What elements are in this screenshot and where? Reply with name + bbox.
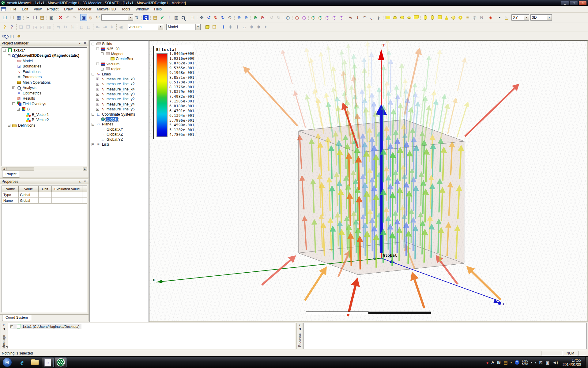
- zoom-out-button[interactable]: ⊖: [259, 14, 266, 21]
- tree-item-optimetrics[interactable]: ❖Optimetrics: [2, 90, 87, 96]
- create-group-button[interactable]: ❏: [17, 24, 24, 30]
- tree-item-b[interactable]: -B: [2, 107, 87, 112]
- prop-row-name[interactable]: NameGlobal: [2, 198, 87, 204]
- project-tree-hscrollbar[interactable]: ◀ ▶: [2, 167, 87, 171]
- model-combo-dropdown-icon[interactable]: ▾: [195, 24, 200, 30]
- ungroup-button[interactable]: ❐: [24, 24, 32, 30]
- tree-item-measure-line-x0[interactable]: +∿measure_line_x0: [90, 77, 149, 82]
- expander[interactable]: -: [12, 102, 15, 105]
- draw-ellipse-button[interactable]: [391, 14, 398, 21]
- duplicate-along-line-button[interactable]: ⇆: [55, 24, 62, 30]
- prop-col-evaluated-value[interactable]: Evaluated Value: [52, 186, 82, 192]
- expander[interactable]: -: [3, 49, 6, 52]
- drawing-plane-combo-dropdown-icon[interactable]: ▾: [524, 15, 529, 20]
- display-icon[interactable]: ▣: [545, 360, 549, 365]
- object-cs-button[interactable]: ✦: [262, 24, 269, 30]
- draw-cone-button[interactable]: [443, 14, 450, 21]
- new-button[interactable]: ❑: [1, 14, 8, 21]
- uncover-faces-button[interactable]: ◈: [487, 14, 494, 21]
- minimize-button[interactable]: _: [561, 1, 569, 5]
- ime-mode-general[interactable]: 般: [497, 360, 501, 365]
- tree-item-lines[interactable]: -∿Lines: [90, 71, 149, 76]
- tree-item-model[interactable]: Model: [2, 58, 87, 64]
- maximize-button[interactable]: □: [570, 1, 578, 5]
- tree-item-planes[interactable]: -▱Planes: [90, 122, 149, 127]
- snap-face-button[interactable]: ✛: [234, 24, 241, 30]
- pause-solve-button[interactable]: ◷: [300, 14, 307, 21]
- next-view-button[interactable]: ↻: [275, 14, 282, 21]
- expander[interactable]: -: [101, 52, 104, 55]
- taskbar-app-icon[interactable]: ≈: [42, 358, 54, 367]
- menu-project[interactable]: Project: [44, 6, 61, 12]
- expander[interactable]: -: [92, 43, 94, 45]
- validate-button[interactable]: ✔: [159, 14, 166, 21]
- cut-button[interactable]: ✂: [24, 14, 32, 21]
- expander[interactable]: -: [96, 48, 99, 50]
- ime-mode-a[interactable]: A: [492, 360, 494, 365]
- menu-edit[interactable]: Edit: [19, 6, 31, 12]
- paste-button[interactable]: ▤: [39, 14, 46, 21]
- collapse-group-button[interactable]: ▥: [46, 24, 53, 30]
- dynamic-zoom-button[interactable]: ⊙: [226, 14, 233, 21]
- draw-oval-button[interactable]: [405, 14, 413, 21]
- draw-cylinder-button[interactable]: [422, 14, 429, 21]
- expander[interactable]: +: [12, 86, 15, 89]
- tree-item-boundaries[interactable]: ◪Boundaries: [2, 64, 87, 69]
- message-project-item[interactable]: + 1x1x1 (C:/Users/Haginaka/Desktop/): [10, 324, 81, 329]
- tree-item-solids[interactable]: -Solids: [90, 41, 149, 46]
- scroll-left-icon[interactable]: ◀: [2, 167, 6, 171]
- align-max-button[interactable]: ⇥: [101, 24, 108, 30]
- show-hidden-icons[interactable]: ▴: [535, 361, 536, 364]
- select-face-button[interactable]: ψ: [87, 14, 94, 21]
- draw-spline-button[interactable]: ≀: [354, 14, 361, 21]
- print-button[interactable]: ▣: [48, 14, 55, 21]
- solve-optimetrics-button[interactable]: ◷: [331, 14, 338, 21]
- save-button[interactable]: ▦: [15, 14, 22, 21]
- snap-vertex-button[interactable]: ✛: [220, 24, 227, 30]
- menu-tools[interactable]: Tools: [119, 6, 133, 12]
- mdi-child-icon[interactable]: [1, 7, 6, 11]
- menu-window[interactable]: Window: [133, 6, 152, 12]
- zoom-in-region-button[interactable]: ⊕: [236, 14, 243, 21]
- drawing-plane-combo[interactable]: XY▾: [511, 14, 529, 21]
- redo-button[interactable]: ↷: [71, 14, 78, 21]
- rotate-z-button[interactable]: ↻: [219, 14, 226, 21]
- selection-combo[interactable]: ▾: [101, 14, 133, 21]
- expander[interactable]: +: [96, 88, 99, 90]
- tree-item-n35-20[interactable]: -N35_20: [90, 46, 149, 51]
- duplicate-around-axis-button[interactable]: ↻: [62, 24, 69, 30]
- material-combo[interactable]: vacuum▾: [127, 24, 163, 30]
- expander[interactable]: +: [92, 143, 94, 146]
- tree-item-maxwell3ddesign1-magnetostatic[interactable]: -Maxwell3DDesign1 (Magnetostatic): [2, 53, 87, 59]
- tree-item-mesh-operations[interactable]: Mesh Operations: [2, 80, 87, 85]
- volume-icon[interactable]: ◄): [552, 360, 558, 365]
- taskbar-explorer-icon[interactable]: [29, 358, 41, 367]
- prop-col-unit[interactable]: Unit: [38, 186, 52, 192]
- taskbar-clock[interactable]: 17:552014/01/30: [563, 358, 581, 367]
- expander[interactable]: +: [96, 78, 99, 80]
- tree-item-createbox[interactable]: CreateBox: [90, 56, 149, 61]
- expander[interactable]: +: [96, 103, 99, 105]
- help-button[interactable]: ?: [1, 24, 8, 30]
- tile-windows-button[interactable]: ◫: [8, 33, 15, 39]
- apply-orientation-button[interactable]: ⇅: [133, 14, 140, 21]
- create-region-button[interactable]: [413, 14, 420, 21]
- panel-close-icon[interactable]: ✕: [83, 41, 87, 45]
- rotate-button[interactable]: ◻: [85, 24, 92, 30]
- solve-mesh-button[interactable]: ◷: [310, 14, 317, 21]
- analyze-all-button[interactable]: !: [166, 14, 173, 21]
- menu-modeler[interactable]: Modeler: [75, 6, 94, 12]
- rotate-model-button[interactable]: ↺: [205, 14, 212, 21]
- tab-project[interactable]: Project: [2, 171, 20, 178]
- scroll-thumb[interactable]: [6, 167, 34, 171]
- solution-type-button[interactable]: Q: [142, 14, 149, 21]
- duplicate-mirror-button[interactable]: ⇅: [69, 24, 76, 30]
- field-summary-button[interactable]: [180, 14, 187, 21]
- draw-plane-button[interactable]: ◺: [503, 14, 510, 21]
- rotate-cs-button[interactable]: ❖: [248, 24, 255, 30]
- tree-item-analysis[interactable]: +Analysis: [2, 85, 87, 91]
- tree-item-measure-line-x4[interactable]: +∿measure_line_x4: [90, 87, 149, 92]
- draw-arc-center-button[interactable]: ◠: [361, 14, 368, 21]
- model-combo[interactable]: Model▾: [166, 24, 201, 30]
- tree-item-results[interactable]: ▨Results: [2, 96, 87, 102]
